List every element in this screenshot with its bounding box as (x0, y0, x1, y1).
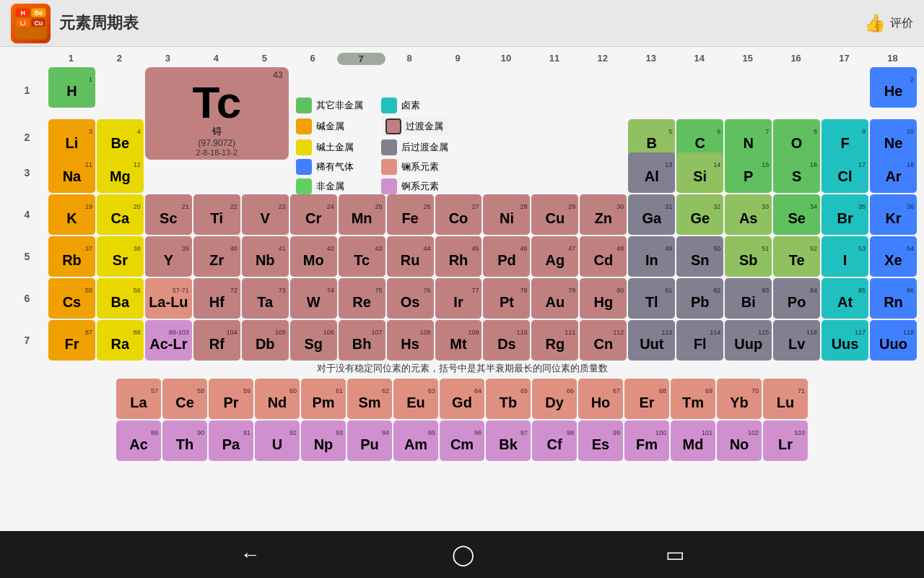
element-Rg[interactable]: 111Rg (531, 320, 578, 361)
element-Gd[interactable]: 64Gd (440, 379, 484, 419)
element-Re[interactable]: 75Re (339, 278, 385, 319)
element-Nd[interactable]: 60Nd (255, 379, 300, 419)
element-Tc[interactable]: 43Tc (339, 236, 385, 277)
element-Ce[interactable]: 58Ce (162, 379, 207, 419)
element-W[interactable]: 74W (290, 278, 337, 319)
element-Rf[interactable]: 104Rf (193, 320, 240, 361)
element-Sn[interactable]: 50Sn (676, 236, 723, 277)
element-Ta[interactable]: 73Ta (242, 278, 289, 319)
element-Ir[interactable]: 77Ir (435, 278, 482, 319)
element-H[interactable]: 1H (48, 67, 95, 108)
element-Si[interactable]: 14Si (676, 152, 723, 193)
element-Yb[interactable]: 70Yb (717, 379, 762, 419)
element-Au[interactable]: 79Au (531, 278, 578, 319)
element-Kr[interactable]: 36Kr (870, 194, 917, 235)
recent-button[interactable]: ▭ (651, 539, 699, 570)
element-Zr[interactable]: 40Zr (193, 236, 240, 277)
element-Tl[interactable]: 81Tl (628, 278, 675, 319)
element-Fe[interactable]: 26Fe (387, 194, 434, 235)
element-Co[interactable]: 27Co (435, 194, 482, 235)
element-Cr[interactable]: 24Cr (290, 194, 337, 235)
element-Cf[interactable]: 98Cf (532, 420, 577, 461)
element-Sr[interactable]: 38Sr (97, 236, 144, 277)
element-Es[interactable]: 99Es (578, 420, 623, 461)
element-Lr[interactable]: 103Lr (763, 420, 808, 461)
element-He[interactable]: 2He (870, 67, 917, 108)
element-Dy[interactable]: 66Dy (532, 379, 577, 419)
element-Pd[interactable]: 46Pd (483, 236, 530, 277)
element-Sc[interactable]: 21Sc (145, 194, 192, 235)
element-Br[interactable]: 35Br (821, 194, 868, 235)
element-La[interactable]: 57La (116, 379, 161, 419)
element-Hg[interactable]: 80Hg (580, 278, 627, 319)
element-Cu[interactable]: 29Cu (531, 194, 578, 235)
rating-button[interactable]: 👍 评价 (864, 13, 913, 33)
element-Np[interactable]: 93Np (301, 420, 346, 461)
element-Rh[interactable]: 45Rh (435, 236, 482, 277)
back-button[interactable]: ← (226, 540, 275, 570)
element-Sg[interactable]: 106Sg (290, 320, 337, 361)
element-Ho[interactable]: 67Ho (578, 379, 623, 419)
element-Ac[interactable]: 89Ac (116, 420, 161, 461)
element-Pm[interactable]: 61Pm (301, 379, 346, 419)
element-Se[interactable]: 34Se (773, 194, 820, 235)
element-Cn[interactable]: 112Cn (580, 320, 627, 361)
element-Pt[interactable]: 78Pt (483, 278, 530, 319)
element-Mg[interactable]: 12Mg (97, 152, 144, 193)
element-Uup[interactable]: 115Uup (725, 320, 772, 361)
element-Ru[interactable]: 44Ru (387, 236, 434, 277)
element-Md[interactable]: 101Md (671, 420, 715, 461)
element-Cl[interactable]: 17Cl (821, 152, 868, 193)
element-Na[interactable]: 11Na (48, 152, 95, 193)
element-In[interactable]: 49In (628, 236, 675, 277)
element-Cm[interactable]: 96Cm (440, 420, 484, 461)
element-Sm[interactable]: 62Sm (347, 379, 392, 419)
element-Uuo[interactable]: 118Uuo (870, 320, 917, 361)
element-U[interactable]: 92U (255, 420, 300, 461)
element-Cd[interactable]: 48Cd (580, 236, 627, 277)
element-Al[interactable]: 13Al (628, 152, 675, 193)
element-Uut[interactable]: 113Uut (628, 320, 675, 361)
element-La-Lu[interactable]: 57-71La-Lu (145, 278, 192, 319)
element-S[interactable]: 16S (773, 152, 820, 193)
element-Fr[interactable]: 87Fr (48, 320, 95, 361)
element-Ni[interactable]: 28Ni (483, 194, 530, 235)
element-Mn[interactable]: 25Mn (339, 194, 385, 235)
element-Rb[interactable]: 37Rb (48, 236, 95, 277)
element-Pr[interactable]: 59Pr (209, 379, 253, 419)
element-Uus[interactable]: 117Uus (821, 320, 868, 361)
element-Ga[interactable]: 31Ga (628, 194, 675, 235)
element-Bk[interactable]: 97Bk (486, 420, 531, 461)
element-No[interactable]: 102No (717, 420, 762, 461)
element-Fl[interactable]: 114Fl (676, 320, 723, 361)
element-Ra[interactable]: 88Ra (97, 320, 144, 361)
element-Bh[interactable]: 107Bh (339, 320, 385, 361)
element-Tc-featured[interactable]: 43 Tc 锝 (97.9072) 2-8-18-13-2 (145, 67, 289, 160)
element-Lv[interactable]: 116Lv (773, 320, 820, 361)
element-K[interactable]: 19K (48, 194, 95, 235)
element-Ti[interactable]: 22Ti (193, 194, 240, 235)
element-P[interactable]: 15P (725, 152, 772, 193)
element-As[interactable]: 33As (725, 194, 772, 235)
element-Pa[interactable]: 91Pa (209, 420, 253, 461)
element-Po[interactable]: 84Po (773, 278, 820, 319)
element-Ge[interactable]: 32Ge (676, 194, 723, 235)
element-Hs[interactable]: 108Hs (387, 320, 434, 361)
element-Nb[interactable]: 41Nb (242, 236, 289, 277)
element-Fm[interactable]: 100Fm (624, 420, 669, 461)
element-Cs[interactable]: 55Cs (48, 278, 95, 319)
element-Xe[interactable]: 54Xe (870, 236, 917, 277)
element-Ac-Lr[interactable]: 89-103Ac-Lr (145, 320, 192, 361)
element-V[interactable]: 23V (242, 194, 289, 235)
element-Db[interactable]: 105Db (242, 320, 289, 361)
element-Am[interactable]: 95Am (393, 420, 438, 461)
element-Eu[interactable]: 63Eu (393, 379, 438, 419)
element-Ba[interactable]: 56Ba (97, 278, 144, 319)
element-Mt[interactable]: 109Mt (435, 320, 482, 361)
element-Tb[interactable]: 65Tb (486, 379, 531, 419)
element-Zn[interactable]: 30Zn (580, 194, 627, 235)
element-Th[interactable]: 90Th (162, 420, 207, 461)
element-Hf[interactable]: 72Hf (193, 278, 240, 319)
element-At[interactable]: 85At (821, 278, 868, 319)
element-Ag[interactable]: 47Ag (531, 236, 578, 277)
